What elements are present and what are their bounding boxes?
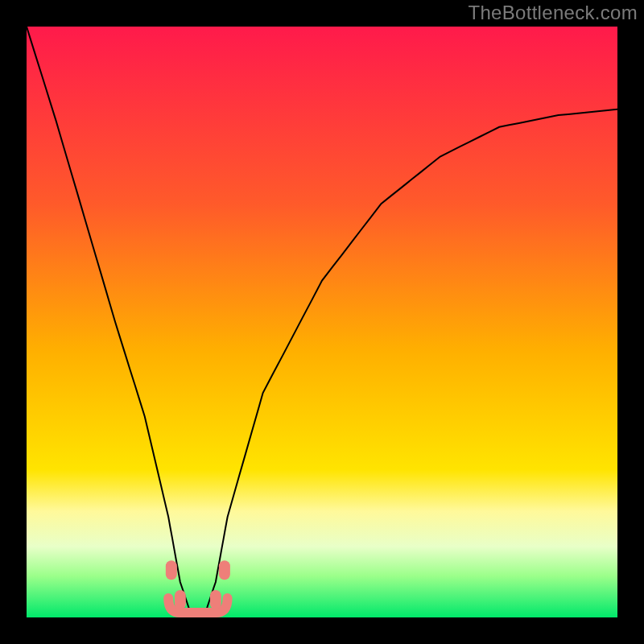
- watermark-text: TheBottleneck.com: [468, 2, 638, 24]
- plot-area: [27, 27, 617, 617]
- chart-frame: TheBottleneck.com: [0, 0, 644, 644]
- curve-marker: [210, 590, 221, 609]
- curve-marker: [175, 590, 186, 609]
- chart-svg: [27, 27, 617, 617]
- curve-marker: [166, 560, 177, 580]
- curve-marker: [219, 560, 230, 580]
